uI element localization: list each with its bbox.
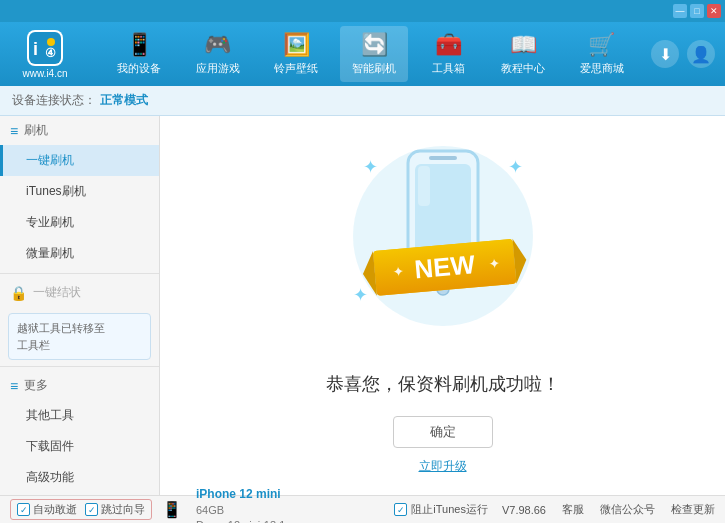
status-value: 正常模式: [100, 92, 148, 109]
maximize-button[interactable]: □: [690, 4, 704, 18]
shop-icon: 🛒: [588, 32, 615, 58]
sidebar-item-download-firmware[interactable]: 下载固件: [0, 431, 159, 462]
logo: i ④ www.i4.cn: [10, 30, 80, 79]
stop-itunes-area: 阻止iTunes运行: [394, 502, 494, 517]
svg-text:i: i: [33, 39, 38, 59]
stop-itunes-label: 阻止iTunes运行: [411, 502, 488, 517]
nav-items: 📱 我的设备 🎮 应用游戏 🖼️ 铃声壁纸 🔄 智能刷机 🧰 工具箱 📖 教程中…: [100, 26, 641, 82]
content-area: ✦ ✦ ✦: [160, 116, 725, 495]
nav-item-smart-flash-label: 智能刷机: [352, 61, 396, 76]
smart-flash-icon: 🔄: [361, 32, 388, 58]
nav-item-tutorial-label: 教程中心: [501, 61, 545, 76]
nav-item-wallpaper[interactable]: 🖼️ 铃声壁纸: [262, 26, 330, 82]
bottom-bar: 自动敢逝 跳过向导 📱 iPhone 12 mini 64GB Down-12m…: [0, 495, 725, 523]
main-layout: ≡ 刷机 一键刷机 iTunes刷机 专业刷机 微量刷机 🔒 一键结状 越狱工具…: [0, 116, 725, 495]
status-bar: 设备连接状态： 正常模式: [0, 86, 725, 116]
check-update-link[interactable]: 检查更新: [671, 502, 715, 517]
device-icon: 📱: [162, 500, 182, 519]
nav-item-shop[interactable]: 🛒 爱思商城: [568, 26, 636, 82]
service-link[interactable]: 客服: [562, 502, 584, 517]
nav-item-apps-games[interactable]: 🎮 应用游戏: [184, 26, 252, 82]
nav-item-wallpaper-label: 铃声壁纸: [274, 61, 318, 76]
nav-bar: i ④ www.i4.cn 📱 我的设备 🎮 应用游戏 🖼️ 铃声壁纸 🔄 智能…: [0, 22, 725, 86]
sparkle-1: ✦: [363, 156, 378, 178]
nav-item-my-device[interactable]: 📱 我的设备: [105, 26, 173, 82]
sidebar-item-itunes-flash[interactable]: iTunes刷机: [0, 176, 159, 207]
nav-item-apps-games-label: 应用游戏: [196, 61, 240, 76]
nav-item-shop-label: 爱思商城: [580, 61, 624, 76]
auto-hide-checkbox[interactable]: 自动敢逝: [17, 502, 77, 517]
apps-games-icon: 🎮: [204, 32, 231, 58]
auto-hide-label: 自动敢逝: [33, 502, 77, 517]
sidebar-divider-1: [0, 273, 159, 274]
auto-hide-checkbox-box[interactable]: [17, 503, 30, 516]
wallpaper-icon: 🖼️: [283, 32, 310, 58]
sidebar-item-data-flash[interactable]: 微量刷机: [0, 238, 159, 269]
svg-text:✦: ✦: [392, 263, 405, 280]
title-bar: — □ ✕: [0, 0, 725, 22]
sparkle-3: ✦: [353, 284, 368, 306]
sidebar-divider-2: [0, 366, 159, 367]
svg-text:④: ④: [45, 46, 56, 60]
one-click-label: 一键结状: [33, 284, 81, 301]
minimize-button[interactable]: —: [673, 4, 687, 18]
skip-wizard-checkbox-box[interactable]: [85, 503, 98, 516]
device-info: iPhone 12 mini 64GB Down-12mini-13,1: [196, 486, 285, 523]
confirm-button[interactable]: 确定: [393, 416, 493, 448]
svg-rect-9: [418, 166, 430, 206]
svg-text:✦: ✦: [487, 255, 500, 272]
sidebar-item-other-tools[interactable]: 其他工具: [0, 400, 159, 431]
nav-item-toolbox[interactable]: 🧰 工具箱: [419, 26, 479, 82]
close-button[interactable]: ✕: [707, 4, 721, 18]
window-controls: — □ ✕: [673, 4, 721, 18]
version-label: V7.98.66: [502, 504, 546, 516]
info-box-jailbreak: 越狱工具已转移至 工具栏: [8, 313, 151, 360]
promo-image: ✦ ✦ ✦: [343, 136, 543, 356]
sidebar-item-one-key-flash[interactable]: 一键刷机: [0, 145, 159, 176]
svg-text:NEW: NEW: [413, 249, 477, 284]
device-name: iPhone 12 mini: [196, 486, 285, 503]
sidebar: ≡ 刷机 一键刷机 iTunes刷机 专业刷机 微量刷机 🔒 一键结状 越狱工具…: [0, 116, 160, 495]
more-section-label: 更多: [24, 377, 48, 394]
lock-icon: 🔒: [10, 285, 27, 301]
my-device-icon: 📱: [126, 32, 153, 58]
svg-point-2: [47, 38, 55, 46]
sidebar-section-more[interactable]: ≡ 更多: [0, 371, 159, 400]
tutorial-icon: 📖: [510, 32, 537, 58]
device-capacity: 64GB: [196, 503, 285, 518]
bottom-right: V7.98.66 客服 微信公众号 检查更新: [502, 502, 715, 517]
more-section-icon: ≡: [10, 378, 18, 394]
nav-item-tutorial[interactable]: 📖 教程中心: [489, 26, 557, 82]
user-button[interactable]: 👤: [687, 40, 715, 68]
sparkle-2: ✦: [508, 156, 523, 178]
sidebar-section-one-click: 🔒 一键结状: [0, 278, 159, 307]
download-button[interactable]: ⬇: [651, 40, 679, 68]
wechat-link[interactable]: 微信公众号: [600, 502, 655, 517]
skip-wizard-checkbox[interactable]: 跳过向导: [85, 502, 145, 517]
sidebar-section-flash[interactable]: ≡ 刷机: [0, 116, 159, 145]
nav-item-my-device-label: 我的设备: [117, 61, 161, 76]
flash-section-icon: ≡: [10, 123, 18, 139]
nav-item-toolbox-label: 工具箱: [432, 61, 465, 76]
flash-section-label: 刷机: [24, 122, 48, 139]
nav-item-smart-flash[interactable]: 🔄 智能刷机: [340, 26, 408, 82]
sidebar-item-pro-flash[interactable]: 专业刷机: [0, 207, 159, 238]
retry-link[interactable]: 立即升级: [419, 458, 467, 475]
success-text: 恭喜您，保资料刷机成功啦！: [326, 372, 560, 396]
toolbox-icon: 🧰: [435, 32, 462, 58]
logo-text: www.i4.cn: [22, 68, 67, 79]
stop-itunes-checkbox[interactable]: [394, 503, 407, 516]
logo-icon: i ④: [27, 30, 63, 66]
nav-right: ⬇ 👤: [651, 40, 715, 68]
device-firmware: Down-12mini-13,1: [196, 518, 285, 523]
bottom-left: 自动敢逝 跳过向导 📱 iPhone 12 mini 64GB Down-12m…: [10, 486, 394, 523]
svg-rect-7: [429, 156, 457, 160]
skip-wizard-label: 跳过向导: [101, 502, 145, 517]
status-label: 设备连接状态：: [12, 92, 96, 109]
